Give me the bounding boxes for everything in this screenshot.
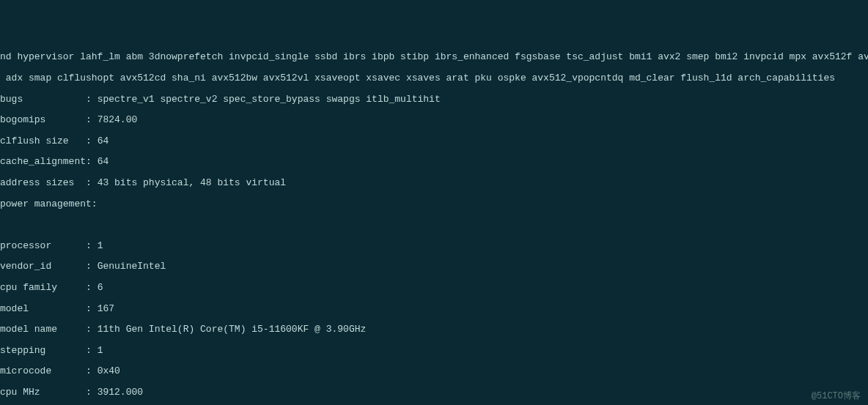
bogomips-key: bogomips: [0, 115, 86, 125]
cpuinfo-row: microcode: 0x40: [0, 366, 868, 376]
model-key: model: [0, 304, 86, 314]
cpuinfo-row: bugs: spectre_v1 spectre_v2 spec_store_b…: [0, 94, 868, 105]
bogomips-value: 7824.00: [98, 114, 138, 125]
cpuinfo-row: cpu MHz: 3912.000: [0, 387, 868, 398]
cpuinfo-row: power management:: [0, 199, 868, 209]
processor-key: processor: [0, 241, 86, 251]
bugs-key: bugs: [0, 94, 86, 105]
cpuinfo-row: clflush size: 64: [0, 136, 868, 146]
microcode-value: 0x40: [98, 365, 120, 376]
cpuinfo-row: stepping: 1: [0, 346, 868, 356]
flags-continuation-line: nd hypervisor lahf_lm abm 3dnowprefetch …: [0, 52, 868, 62]
address-sizes-key: address sizes: [0, 178, 86, 188]
cpuinfo-row: address sizes: 43 bits physical, 48 bits…: [0, 178, 868, 188]
cache-alignment-value: 64: [98, 156, 109, 167]
cpuinfo-row: cache_alignment: 64: [0, 157, 868, 167]
stepping-value: 1: [98, 345, 103, 356]
model-value: 167: [98, 303, 114, 314]
stepping-key: stepping: [0, 346, 86, 356]
cpuinfo-row: model name: 11th Gen Intel(R) Core(TM) i…: [0, 324, 868, 335]
cpuinfo-row: model: 167: [0, 304, 868, 314]
blank-line: [0, 220, 868, 230]
vendor-id-value: GenuineIntel: [98, 261, 166, 272]
terminal-output[interactable]: nd hypervisor lahf_lm abm 3dnowprefetch …: [0, 42, 868, 405]
power-management-key: power management: [0, 198, 92, 209]
cpuinfo-row: processor: 1: [0, 241, 868, 251]
model-name-key: model name: [0, 324, 86, 335]
flags-continuation-line: adx smap clflushopt avx512cd sha_ni avx5…: [0, 73, 868, 83]
bugs-value: spectre_v1 spectre_v2 spec_store_bypass …: [98, 94, 441, 105]
cpu-family-value: 6: [98, 282, 103, 293]
cpu-family-key: cpu family: [0, 283, 86, 293]
clflush-size-value: 64: [98, 135, 109, 146]
address-sizes-value: 43 bits physical, 48 bits virtual: [98, 177, 286, 188]
cpuinfo-row: bogomips: 7824.00: [0, 115, 868, 125]
clflush-size-key: clflush size: [0, 136, 86, 146]
cpu-mhz-value: 3912.000: [98, 387, 143, 398]
vendor-id-key: vendor_id: [0, 261, 86, 272]
processor-value: 1: [98, 240, 103, 251]
cpu-mhz-key: cpu MHz: [0, 387, 86, 398]
microcode-key: microcode: [0, 366, 86, 376]
cpuinfo-row: vendor_id: GenuineIntel: [0, 261, 868, 272]
watermark-text: @51CTO博客: [812, 392, 861, 401]
cpuinfo-row: cpu family: 6: [0, 283, 868, 293]
model-name-value: 11th Gen Intel(R) Core(TM) i5-11600KF @ …: [98, 324, 367, 335]
cache-alignment-key: cache_alignment: [0, 157, 86, 167]
